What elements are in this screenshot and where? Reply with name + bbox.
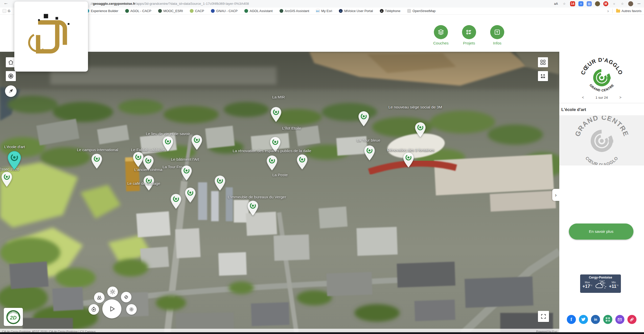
video-overlay-logo-card [14,2,88,72]
map-pin[interactable] [247,200,258,216]
pin-marker-icon [170,194,181,209]
browser-extension-icon[interactable]: M [603,1,608,6]
social-share-bar: f [567,315,636,324]
pin-marker-icon [270,107,282,122]
map-pin[interactable] [1,172,12,187]
map-pin[interactable] [364,145,375,161]
social-icon[interactable] [603,315,612,324]
browser-extension-icon[interactable]: ≡ [578,1,583,6]
compass-needle-icon [7,87,15,95]
settings-tool-button[interactable] [126,304,137,315]
bookmark-favicon-icon: esri [316,9,320,13]
bookmark-label: My Esri [321,9,332,13]
bookmark-item[interactable]: OpenStreetMap [407,9,436,13]
bookmark-item[interactable]: AGOL Assistant [244,9,272,13]
weather-max-label: Max [585,281,590,284]
bookmark-item[interactable]: ∞ Téléphone [380,9,400,13]
browser-extension-icon[interactable]: ○ [612,1,617,6]
bookmark-item[interactable]: GNAU - CACP [211,9,238,13]
bookmark-item[interactable]: G [3,9,10,13]
map-pin[interactable] [8,151,21,170]
browser-extension-icon[interactable]: ⋯ [636,1,641,6]
slides-button[interactable] [538,71,548,81]
map-pin[interactable] [415,122,426,138]
share-link-icon [629,317,634,322]
browser-extension-icon[interactable]: aA [554,1,559,6]
bookmark-label: AGOL - CACP [130,9,151,13]
bookmark-item[interactable]: ArcGIS Assistant [280,9,309,13]
pagination-label: 1 sur 24 [595,96,608,99]
bookmark-label: Téléphone [385,9,400,13]
map-label: La rénovation des espaces publics de la … [233,149,311,153]
facebook-icon: f [571,317,572,322]
spin-view-button[interactable] [6,71,16,81]
bookmark-label: GNAU - CACP [216,9,238,13]
project-title: L'école d'art [559,103,644,112]
map-pin[interactable] [133,152,144,167]
map-pin[interactable] [270,107,282,122]
bookmark-item[interactable]: AGOL - CACP [125,9,151,13]
map-pin[interactable] [358,111,369,127]
social-icon[interactable] [627,315,636,324]
url-path: /apps/3d-grandcentre/?data_id=dataSource… [135,2,249,6]
fullscreen-button[interactable] [538,311,549,322]
browser-extension-icon[interactable] [595,1,600,6]
sidebar-collapse-handle[interactable]: › [552,189,559,201]
play-tour-button[interactable] [102,299,121,318]
layers-button[interactable]: Couches [432,25,450,45]
pin-marker-icon [191,135,202,150]
bookmark-item[interactable]: MOOC_ESRI [158,9,183,13]
infos-button[interactable]: Infos [488,25,506,45]
map-pin[interactable] [181,165,192,181]
bookmark-favicon-icon: ∞ [380,9,384,13]
browser-extension-icon[interactable]: ▤ [587,1,592,6]
projects-button[interactable]: Projets [460,25,478,45]
bookmark-label: CACP [195,9,204,13]
map-pin[interactable] [185,187,196,203]
compass-button[interactable] [5,85,17,97]
map-pin[interactable] [170,194,181,209]
bookmark-item[interactable]: esri My Esri [316,9,332,13]
bookmarks-overflow-chevron-icon[interactable]: › [607,9,609,13]
browser-extension-icon[interactable]: 14 [570,1,575,6]
slice-tool-button[interactable] [121,292,131,302]
social-icon[interactable] [579,315,588,324]
next-project-button[interactable]: > [619,95,621,99]
map-pin[interactable] [403,152,414,168]
switch-2d-button[interactable]: GRAND CENTRE 2D [4,308,23,326]
basemap-gallery-button[interactable] [538,57,548,67]
fullscreen-icon [540,313,546,319]
map-pin[interactable] [297,154,308,170]
binoculars-tool-button[interactable] [94,292,105,303]
shadow-tool-button[interactable] [88,304,99,315]
pin-marker-icon [358,111,369,127]
bookmark-item[interactable]: Experience Builder [85,9,118,13]
address-bar[interactable]: ://geoagglo.cergypontoise.fr/apps/3d-gra… [90,0,249,8]
svg-text:2D: 2D [10,315,17,320]
browser-extension-icon[interactable] [628,1,633,6]
grid-icon [540,59,546,65]
other-favorites-folder[interactable]: Autres favoris [616,9,641,13]
browser-extension-icon[interactable]: ☆ [562,1,567,6]
browser-extension-icon[interactable]: ☆ [620,1,625,6]
project-pagination: < 1 sur 24 > [559,95,644,99]
back-icon[interactable]: ← [4,0,8,6]
daylight-tool-button[interactable] [107,287,118,297]
map-pin[interactable] [266,155,278,171]
previous-project-button[interactable]: < [582,95,584,99]
map-3d-view[interactable]: La MIR Le nouveau siège social de 3M L'î… [0,52,559,334]
social-icon[interactable]: f [567,315,576,324]
pin-marker-icon [1,172,12,187]
bookmark-item[interactable]: CACP [190,9,204,13]
social-icon[interactable]: in [591,315,600,324]
gold-logo [23,10,79,64]
app-header: Couches Projets Infos [0,15,644,52]
weather-widget: Cergy-Pontoise Max +17°C Min +11°C [580,274,621,293]
learn-more-button[interactable]: En savoir plus [569,224,633,240]
map-pin[interactable] [191,135,202,150]
social-icon[interactable] [615,315,624,324]
map-pin[interactable] [214,175,225,191]
map-pin[interactable] [91,153,102,169]
bookmark-item[interactable]: ∞ MiVoice User Portal [339,9,373,13]
info-text-icon [494,29,501,36]
